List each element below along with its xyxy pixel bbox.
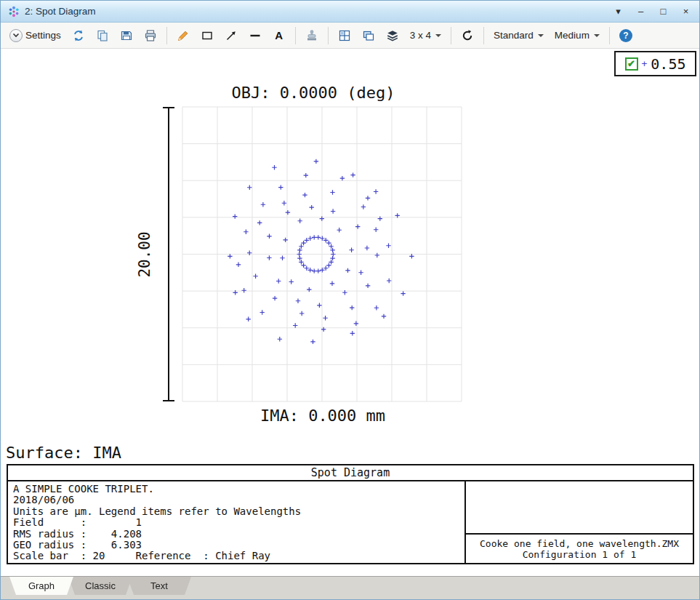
minimize-button[interactable]: – [635,5,647,18]
info-table-body: A SIMPLE COOKE TRIPLET. 2018/06/06 Units… [8,481,693,563]
toolbar-separator [166,27,167,44]
wavelength-checkbox[interactable]: ✔ [625,57,638,71]
rectangle-icon [201,29,214,42]
spot-diagram-plot: OBJ: 0.0000 (deg) 20.00 IMA: 0.000 mm [1,49,699,445]
print-button[interactable] [141,27,160,44]
arrow-tool-button[interactable] [222,27,241,44]
configuration-label: Configuration 1 of 1 [523,549,637,560]
rotate-button[interactable] [458,27,477,44]
info-right-cell: Cooke one field, one wavelength.ZMX Conf… [464,481,693,563]
grid-size-dropdown[interactable]: 3 x 4 [407,28,444,43]
refresh-button[interactable] [69,27,88,44]
line-tool-button[interactable] [246,27,265,44]
plot-content-area: OBJ: 0.0000 (deg) 20.00 IMA: 0.000 mm ✔ … [1,49,699,576]
rotate-icon [461,29,474,42]
ima-label: IMA: 0.000 mm [260,407,385,425]
print-icon [144,29,157,42]
wavelength-legend: ✔ + 0.55 [614,51,696,76]
help-icon: ? [619,29,632,42]
help-button[interactable]: ? [616,27,635,44]
app-window: 2: Spot Diagram ▾ – □ × Settings [0,0,700,600]
title-bar: 2: Spot Diagram ▾ – □ × [1,1,699,23]
split-view-icon [338,29,351,42]
app-icon [8,6,20,17]
toolbar-separator [328,27,329,44]
grid-size-label: 3 x 4 [410,30,431,41]
copy-icon [96,29,109,42]
window-title: 2: Spot Diagram [25,6,96,17]
wavelength-value: 0.55 [651,55,685,73]
bottom-tab-bar: Graph Classic Text [1,576,699,599]
info-file-block: Cooke one field, one wavelength.ZMX Conf… [466,533,693,563]
chevron-down-icon [9,29,23,42]
plot-grid [182,107,462,401]
text-tool-button[interactable]: A [270,27,289,44]
tab-graph-label: Graph [28,580,55,591]
maximize-button[interactable]: □ [657,5,669,18]
scale-bar [163,107,174,401]
split-view-button[interactable] [335,27,354,44]
standard-dropdown[interactable]: Standard [491,28,547,43]
settings-label: Settings [25,30,61,41]
pencil-tool-button[interactable] [174,27,193,44]
toolbar-separator [483,27,484,44]
save-icon [120,29,133,42]
info-table-header: Spot Diagram [8,465,693,481]
plus-marker-icon: + [642,58,648,69]
toolbar-separator [295,27,296,44]
window-controls: ▾ – □ × [612,5,692,18]
save-button[interactable] [117,27,136,44]
size-dropdown[interactable]: Medium [552,28,603,43]
tab-classic[interactable]: Classic [68,577,132,595]
surface-label: Surface: IMA [6,444,121,462]
close-button[interactable]: × [680,5,692,18]
info-table: Spot Diagram A SIMPLE COOKE TRIPLET. 201… [7,464,694,564]
tab-text[interactable]: Text [127,577,191,595]
chevron-down-icon [435,34,441,37]
layers-icon [386,29,399,42]
plot-title: OBJ: 0.0000 (deg) [231,84,395,102]
pencil-icon [177,29,190,42]
spot-markers [228,159,414,344]
stamp-icon [305,29,318,42]
size-label: Medium [555,30,590,41]
tab-graph[interactable]: Graph [9,577,73,595]
toolbar: Settings [1,23,699,49]
layers-button[interactable] [383,27,402,44]
toolbar-separator [451,27,451,44]
settings-button[interactable]: Settings [7,27,64,44]
tab-classic-label: Classic [85,580,116,591]
clone-window-icon [362,29,375,42]
window-menu-button[interactable]: ▾ [612,5,624,18]
copy-button[interactable] [93,27,112,44]
toolbar-separator [609,27,610,44]
tab-text-label: Text [150,580,168,591]
standard-label: Standard [494,30,534,41]
text-icon: A [273,29,286,41]
chevron-down-icon [594,34,600,37]
arrow-icon [225,29,238,42]
scale-bar-label: 20.00 [136,231,153,277]
line-icon [249,29,262,42]
chevron-down-icon [538,34,544,37]
clone-window-button[interactable] [359,27,378,44]
refresh-icon [72,29,85,42]
rectangle-tool-button[interactable] [198,27,217,44]
stamp-button[interactable] [302,27,321,44]
info-right-empty [466,481,693,533]
lens-file-name: Cooke one field, one wavelength.ZMX [480,538,679,549]
info-left-text: A SIMPLE COOKE TRIPLET. 2018/06/06 Units… [8,481,464,563]
